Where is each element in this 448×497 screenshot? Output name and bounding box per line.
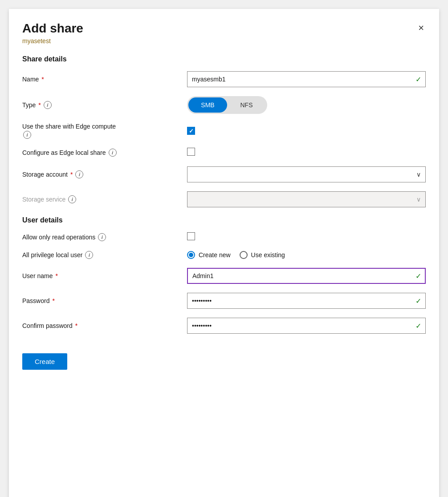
storage-account-dropdown[interactable]: ∨	[187, 166, 426, 182]
edge-compute-row: Use the share with Edge compute i	[22, 123, 426, 139]
smb-toggle-button[interactable]: SMB	[188, 97, 227, 113]
privilege-user-info-icon[interactable]: i	[85, 251, 93, 259]
create-button[interactable]: Create	[22, 353, 67, 370]
storage-account-info-icon[interactable]: i	[75, 170, 83, 178]
panel-footer: Create	[22, 343, 426, 370]
edge-local-control	[187, 148, 426, 158]
name-label: Name *	[22, 76, 187, 83]
close-button[interactable]: ×	[416, 21, 426, 35]
type-control: SMB NFS	[187, 96, 426, 114]
edge-compute-info-icon[interactable]: i	[23, 131, 31, 139]
storage-service-label: Storage service i	[22, 195, 187, 203]
type-info-icon[interactable]: i	[44, 101, 52, 109]
storage-account-arrow-icon: ∨	[416, 171, 421, 178]
create-new-label: Create new	[199, 251, 231, 259]
read-ops-checkbox[interactable]	[187, 232, 195, 240]
edge-local-row: Configure as Edge local share i	[22, 148, 426, 158]
panel-header: Add share ×	[22, 21, 426, 36]
storage-service-control: ∨	[187, 191, 426, 207]
edge-compute-info-row: i	[22, 131, 116, 139]
name-input[interactable]	[187, 71, 426, 87]
use-existing-label: Use existing	[251, 251, 285, 259]
privilege-user-row: All privilege local user i Create new Us…	[22, 251, 426, 259]
password-row: Password * ✓	[22, 293, 426, 309]
password-input-wrapper: ✓	[187, 293, 426, 309]
username-input[interactable]	[187, 268, 426, 284]
password-control: ✓	[187, 293, 426, 309]
name-check-icon: ✓	[415, 75, 421, 84]
edge-compute-checkbox[interactable]	[187, 127, 195, 135]
create-new-radio-inner	[189, 253, 193, 257]
user-details-section: User details Allow only read operations …	[22, 216, 426, 334]
storage-service-arrow-icon: ∨	[416, 196, 421, 203]
type-label: Type * i	[22, 101, 187, 109]
share-details-section: Share details Name * ✓ Type * i	[22, 55, 426, 207]
edge-compute-label-group: Use the share with Edge compute i	[22, 123, 116, 139]
type-required: *	[38, 101, 41, 109]
read-ops-label: Allow only read operations i	[22, 233, 187, 241]
name-required: *	[41, 76, 44, 83]
read-ops-row: Allow only read operations i	[22, 232, 426, 242]
edge-compute-label-container: Use the share with Edge compute i	[22, 123, 187, 139]
type-toggle-group: SMB NFS	[187, 96, 267, 114]
username-required: *	[55, 272, 57, 279]
username-input-wrapper: ✓	[187, 268, 426, 284]
add-share-panel: Add share × myasetest Share details Name…	[9, 9, 439, 497]
privilege-user-label: All privilege local user i	[22, 251, 187, 259]
name-input-wrapper: ✓	[187, 71, 426, 87]
password-input[interactable]	[187, 293, 426, 309]
confirm-password-row: Confirm password * ✓	[22, 318, 426, 334]
username-control: ✓	[187, 268, 426, 284]
share-details-title: Share details	[22, 55, 426, 63]
confirm-password-check-icon: ✓	[415, 322, 421, 330]
storage-service-dropdown: ∨	[187, 191, 426, 207]
read-ops-info-icon[interactable]: i	[98, 233, 106, 241]
edge-compute-control	[187, 127, 426, 135]
password-check-icon: ✓	[415, 297, 421, 305]
use-existing-radio-button[interactable]	[240, 251, 248, 259]
privilege-user-control: Create new Use existing	[187, 251, 426, 259]
storage-account-label: Storage account * i	[22, 170, 187, 178]
confirm-password-label: Confirm password *	[22, 322, 187, 329]
create-new-radio-button[interactable]	[187, 251, 195, 259]
confirm-password-input[interactable]	[187, 318, 426, 334]
panel-subtitle: myasetest	[22, 37, 426, 44]
panel-title: Add share	[22, 21, 83, 36]
confirm-password-required: *	[75, 322, 77, 329]
edge-local-checkbox[interactable]	[187, 148, 195, 156]
nfs-toggle-button[interactable]: NFS	[227, 97, 266, 113]
type-row: Type * i SMB NFS	[22, 96, 426, 114]
confirm-password-control: ✓	[187, 318, 426, 334]
create-new-radio-item[interactable]: Create new	[187, 251, 231, 259]
username-row: User name * ✓	[22, 268, 426, 284]
privilege-user-radio-group: Create new Use existing	[187, 251, 426, 259]
user-details-title: User details	[22, 216, 426, 224]
username-check-icon: ✓	[415, 272, 421, 280]
storage-account-required: *	[70, 171, 73, 178]
use-existing-radio-item[interactable]: Use existing	[240, 251, 285, 259]
username-label: User name *	[22, 272, 187, 279]
edge-local-info-icon[interactable]: i	[109, 149, 117, 157]
storage-service-info-icon[interactable]: i	[68, 195, 76, 203]
storage-account-control: ∨	[187, 166, 426, 182]
name-row: Name * ✓	[22, 71, 426, 87]
edge-compute-label-row: Use the share with Edge compute	[22, 123, 116, 130]
read-ops-control	[187, 232, 426, 242]
confirm-password-input-wrapper: ✓	[187, 318, 426, 334]
password-label: Password *	[22, 297, 187, 304]
name-control: ✓	[187, 71, 426, 87]
edge-local-label: Configure as Edge local share i	[22, 149, 187, 157]
storage-account-row: Storage account * i ∨	[22, 166, 426, 182]
password-required: *	[52, 297, 54, 304]
storage-service-row: Storage service i ∨	[22, 191, 426, 207]
